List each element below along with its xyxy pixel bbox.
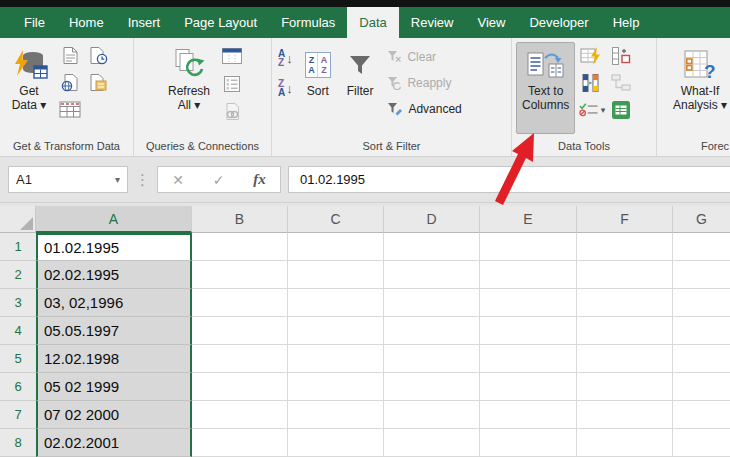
cell-d7[interactable] (384, 401, 480, 429)
cell-a1[interactable]: 01.02.1995 (36, 233, 192, 261)
cell-a2[interactable]: 02.02.1995 (36, 261, 192, 289)
cell-g5[interactable] (673, 345, 730, 373)
text-to-columns-button[interactable]: Text to Columns (516, 42, 575, 134)
edit-links-button[interactable] (220, 100, 244, 123)
row-header-4[interactable]: 4 (0, 317, 36, 345)
tab-page-layout[interactable]: Page Layout (172, 7, 269, 38)
reapply-button[interactable]: Reapply (383, 70, 465, 96)
cell-e5[interactable] (480, 345, 577, 373)
cell-f7[interactable] (577, 401, 673, 429)
cell-e7[interactable] (480, 401, 577, 429)
cell-a3[interactable]: 03, 02,1996 (36, 289, 192, 317)
cell-b2[interactable] (192, 261, 288, 289)
cell-f3[interactable] (577, 289, 673, 317)
cell-e8[interactable] (480, 429, 577, 457)
cell-g2[interactable] (673, 261, 730, 289)
row-header-8[interactable]: 8 (0, 429, 36, 457)
cell-e3[interactable] (480, 289, 577, 317)
tab-help[interactable]: Help (601, 7, 652, 38)
tab-formulas[interactable]: Formulas (269, 7, 347, 38)
properties-button[interactable] (220, 72, 244, 95)
cell-d6[interactable] (384, 373, 480, 401)
name-box-caret-icon[interactable]: ▾ (115, 174, 120, 185)
cell-c5[interactable] (288, 345, 384, 373)
data-validation-button[interactable]: ▾ (579, 98, 605, 121)
cell-c2[interactable] (288, 261, 384, 289)
cancel-button[interactable]: ✕ (172, 172, 184, 188)
cell-a8[interactable]: 02.02.2001 (36, 429, 192, 457)
tab-developer[interactable]: Developer (517, 7, 600, 38)
cell-f8[interactable] (577, 429, 673, 457)
cell-c6[interactable] (288, 373, 384, 401)
row-header-5[interactable]: 5 (0, 345, 36, 373)
cell-e6[interactable] (480, 373, 577, 401)
get-data-button[interactable]: Get Data ▾ (4, 42, 54, 134)
cell-c4[interactable] (288, 317, 384, 345)
from-text-csv-button[interactable] (58, 44, 82, 67)
cell-b6[interactable] (192, 373, 288, 401)
enter-button[interactable]: ✓ (213, 172, 225, 188)
recent-sources-button[interactable] (86, 44, 110, 67)
existing-connections-button[interactable] (86, 71, 110, 94)
clear-filter-button[interactable]: Clear (383, 44, 465, 70)
cell-g3[interactable] (673, 289, 730, 317)
cell-b3[interactable] (192, 289, 288, 317)
column-header-a[interactable]: A (36, 206, 192, 233)
cell-a5[interactable]: 12.02.1998 (36, 345, 192, 373)
tab-insert[interactable]: Insert (116, 7, 173, 38)
column-header-c[interactable]: C (288, 206, 384, 233)
column-header-f[interactable]: F (577, 206, 673, 233)
remove-duplicates-button[interactable] (579, 71, 603, 94)
sort-ascending-button[interactable]: A Z ↓ (276, 46, 295, 70)
cell-g6[interactable] (673, 373, 730, 401)
cell-g1[interactable] (673, 233, 730, 261)
row-header-6[interactable]: 6 (0, 373, 36, 401)
cell-d5[interactable] (384, 345, 480, 373)
cell-a4[interactable]: 05.05.1997 (36, 317, 192, 345)
tab-file[interactable]: File (12, 7, 57, 38)
cell-c1[interactable] (288, 233, 384, 261)
sort-descending-button[interactable]: Z A ↓ (276, 76, 295, 100)
row-header-7[interactable]: 7 (0, 401, 36, 429)
tab-home[interactable]: Home (57, 7, 116, 38)
consolidate-button[interactable] (609, 44, 633, 67)
cell-f5[interactable] (577, 345, 673, 373)
row-header-2[interactable]: 2 (0, 261, 36, 289)
tab-review[interactable]: Review (399, 7, 466, 38)
column-header-b[interactable]: B (192, 206, 288, 233)
column-header-g[interactable]: G (673, 206, 730, 233)
name-box[interactable]: A1 ▾ (8, 166, 128, 193)
sort-button[interactable]: ZA AZ Sort (299, 42, 337, 134)
cell-g8[interactable] (673, 429, 730, 457)
cell-e4[interactable] (480, 317, 577, 345)
flash-fill-button[interactable] (579, 44, 603, 67)
select-all-corner[interactable] (0, 206, 36, 233)
refresh-all-button[interactable]: Refresh All ▾ (162, 42, 216, 134)
tab-view[interactable]: View (465, 7, 517, 38)
filter-button[interactable]: Filter (341, 42, 380, 134)
from-web-button[interactable] (58, 71, 82, 94)
column-header-d[interactable]: D (384, 206, 480, 233)
cell-b4[interactable] (192, 317, 288, 345)
cell-f1[interactable] (577, 233, 673, 261)
manage-data-model-button[interactable] (609, 98, 633, 121)
cell-g7[interactable] (673, 401, 730, 429)
relationships-button[interactable] (609, 71, 633, 94)
cell-a6[interactable]: 05 02 1999 (36, 373, 192, 401)
from-table-range-button[interactable] (58, 98, 82, 121)
cell-d3[interactable] (384, 289, 480, 317)
advanced-filter-button[interactable]: Advanced (383, 96, 465, 122)
cell-d4[interactable] (384, 317, 480, 345)
cell-b7[interactable] (192, 401, 288, 429)
insert-function-button[interactable]: fx (253, 171, 266, 188)
cell-a7[interactable]: 07 02 2000 (36, 401, 192, 429)
cell-c7[interactable] (288, 401, 384, 429)
cell-f4[interactable] (577, 317, 673, 345)
formula-input[interactable]: 01.02.1995 (288, 166, 730, 193)
column-header-e[interactable]: E (480, 206, 577, 233)
what-if-analysis-button[interactable]: ? What-If Analysis ▾ (667, 42, 730, 134)
cell-b5[interactable] (192, 345, 288, 373)
cell-c8[interactable] (288, 429, 384, 457)
cell-d8[interactable] (384, 429, 480, 457)
cell-g4[interactable] (673, 317, 730, 345)
